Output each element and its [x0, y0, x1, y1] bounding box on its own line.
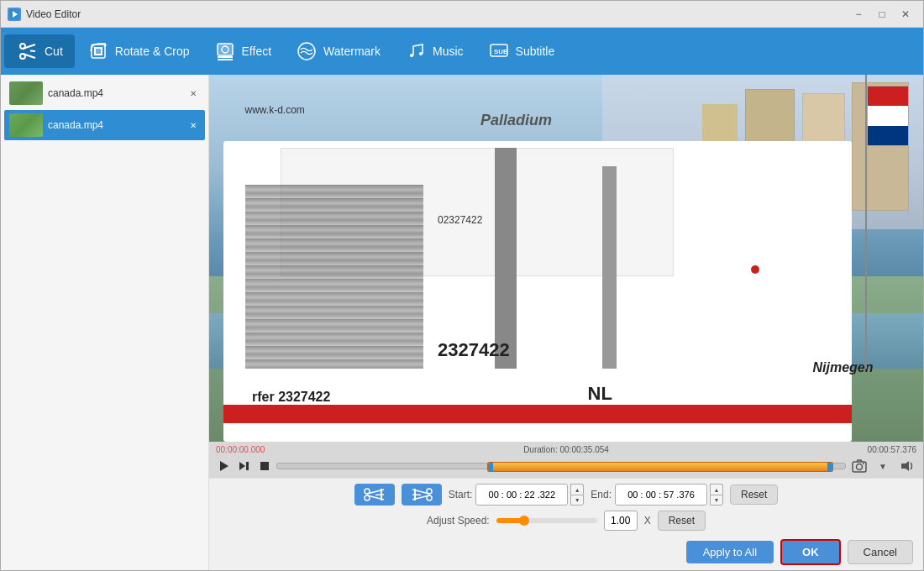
tab-subtitle[interactable]: SUB Subtitle: [475, 34, 567, 68]
sidebar-thumb-2: [9, 113, 43, 137]
speed-slider[interactable]: [496, 518, 597, 523]
end-time-group: End: ▲ ▼: [591, 484, 723, 506]
tab-music[interactable]: Music: [392, 34, 475, 68]
play-button[interactable]: [216, 458, 233, 474]
close-button[interactable]: ✕: [895, 6, 916, 23]
window-title: Video Editor: [26, 8, 848, 20]
music-icon: [404, 39, 428, 63]
tab-effect[interactable]: Effect: [202, 34, 284, 68]
speed-label: Adjust Speed:: [427, 515, 490, 526]
tab-rotate-label: Rotate & Crop: [115, 45, 190, 58]
end-label: End:: [591, 489, 612, 500]
range-left-handle[interactable]: [488, 463, 493, 471]
camera-dropdown-button[interactable]: ▼: [873, 456, 893, 476]
watermark-icon: [295, 39, 318, 63]
end-time-spinner: ▲ ▼: [710, 484, 723, 506]
sidebar-close-2[interactable]: ✕: [186, 118, 200, 132]
tab-cut[interactable]: Cut: [4, 34, 75, 68]
tab-watermark[interactable]: Watermark: [283, 34, 392, 68]
main-content: canada.mp4 ✕ canada.mp4 ✕: [1, 75, 923, 570]
tab-cut-label: Cut: [45, 45, 63, 58]
video-area: 2327422 rfer 2327422 NL Nijmegen www.k-d…: [209, 75, 923, 570]
step-play-button[interactable]: [236, 458, 253, 474]
volume-button[interactable]: [896, 456, 916, 476]
tab-subtitle-label: Subtitle: [516, 45, 555, 58]
time-label-left: 00:00:00.000: [216, 445, 291, 454]
sidebar: canada.mp4 ✕ canada.mp4 ✕: [1, 75, 209, 570]
start-label: Start:: [449, 489, 473, 500]
sidebar-close-1[interactable]: ✕: [186, 86, 200, 100]
svg-marker-17: [220, 461, 228, 471]
start-time-spinner: ▲ ▼: [570, 484, 584, 506]
seekbar-range: [487, 462, 833, 472]
effect-icon: [213, 39, 237, 63]
tab-effect-label: Effect: [242, 45, 272, 58]
snapshot-button[interactable]: [849, 456, 869, 476]
minimize-button[interactable]: −: [848, 6, 869, 23]
rotate-icon: [87, 39, 110, 63]
speed-row: Adjust Speed: 1.00 X Reset: [219, 511, 913, 531]
end-time-up[interactable]: ▲: [710, 484, 723, 495]
video-editor-window: Video Editor − □ ✕ Cut: [0, 0, 924, 571]
window-controls: − □ ✕: [848, 6, 916, 23]
svg-line-6: [30, 51, 35, 52]
svg-marker-24: [901, 461, 909, 471]
svg-rect-8: [218, 44, 233, 55]
range-right-handle[interactable]: [827, 463, 832, 471]
timeline-labels: 00:00:00.000 Duration: 00:00:35.054 00:0…: [216, 445, 916, 454]
start-time-down[interactable]: ▼: [570, 495, 584, 506]
svg-point-23: [863, 463, 864, 464]
cut-controls-row: Start: ▲ ▼ End: ▲ ▼: [219, 484, 913, 506]
seekbar-track: [276, 463, 846, 469]
start-time-up[interactable]: ▲: [570, 484, 584, 495]
time-label-right: 00:00:57.376: [841, 445, 916, 454]
svg-rect-19: [246, 462, 249, 470]
ok-button[interactable]: OK: [780, 539, 841, 565]
end-time-down[interactable]: ▼: [710, 495, 723, 506]
seekbar-container[interactable]: [276, 458, 846, 474]
timeline-section: 00:00:00.000 Duration: 00:00:35.054 00:0…: [209, 442, 923, 478]
action-row: Apply to All OK Cancel: [219, 536, 913, 565]
svg-line-29: [375, 495, 384, 495]
cut-left-button[interactable]: [354, 484, 395, 506]
restore-button[interactable]: □: [871, 6, 893, 23]
svg-point-14: [419, 52, 423, 55]
playback-row: ▼: [216, 456, 916, 476]
cut-right-button[interactable]: [402, 484, 442, 506]
svg-text:SUB: SUB: [494, 48, 508, 55]
stop-button[interactable]: [256, 458, 273, 474]
bottom-controls: Start: ▲ ▼ End: ▲ ▼: [209, 478, 923, 570]
app-icon: [8, 8, 21, 21]
reset-button-2[interactable]: Reset: [658, 511, 706, 531]
sidebar-item-1[interactable]: canada.mp4 ✕: [4, 78, 205, 108]
end-time-input[interactable]: [615, 484, 707, 506]
svg-line-35: [412, 495, 421, 495]
speed-slider-thumb[interactable]: [519, 516, 529, 526]
svg-point-12: [298, 43, 315, 60]
sidebar-thumb-1: [9, 81, 43, 105]
sidebar-item-label-2: canada.mp4: [48, 119, 181, 131]
tab-watermark-label: Watermark: [323, 45, 381, 58]
apply-to-all-button[interactable]: Apply to All: [686, 541, 774, 563]
start-time-input[interactable]: [475, 484, 568, 506]
speed-value-display: 1.00: [604, 511, 638, 531]
time-label-center: Duration: 00:00:35.054: [291, 445, 841, 454]
start-time-group: Start: ▲ ▼: [449, 484, 585, 506]
svg-marker-18: [239, 462, 245, 470]
svg-point-22: [857, 464, 863, 470]
speed-x-label: X: [644, 515, 651, 526]
title-bar: Video Editor − □ ✕: [1, 1, 923, 28]
svg-point-13: [410, 54, 413, 57]
reset-button-1[interactable]: Reset: [730, 485, 778, 505]
cut-icon: [16, 39, 39, 63]
sidebar-item-label-1: canada.mp4: [48, 87, 181, 99]
video-container: 2327422 rfer 2327422 NL Nijmegen www.k-d…: [209, 75, 923, 442]
tab-bar: Cut Rotate & Crop: [1, 28, 923, 75]
svg-rect-20: [260, 462, 269, 470]
subtitle-icon: SUB: [487, 39, 511, 63]
tab-rotate[interactable]: Rotate & Crop: [75, 34, 202, 68]
video-scene: 2327422 rfer 2327422 NL Nijmegen www.k-d…: [209, 75, 923, 442]
cancel-button[interactable]: Cancel: [848, 540, 913, 564]
sidebar-item-2[interactable]: canada.mp4 ✕: [4, 110, 205, 140]
tab-music-label: Music: [433, 45, 464, 58]
